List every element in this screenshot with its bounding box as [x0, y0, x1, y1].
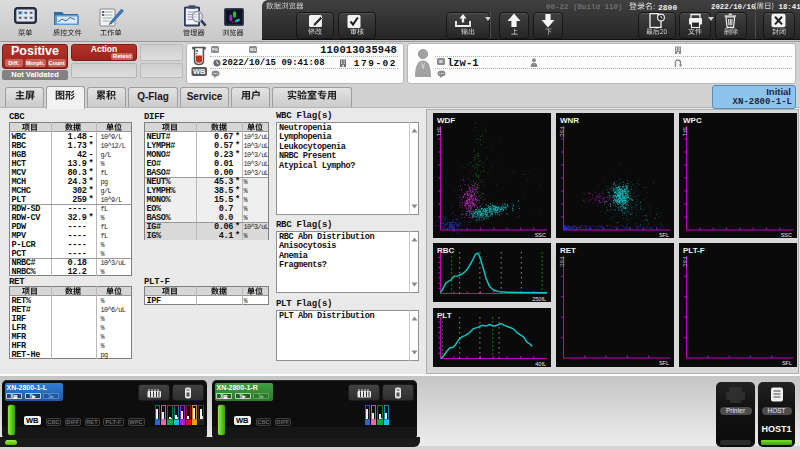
svg-text:WNR: WNR — [560, 115, 579, 124]
svg-text:SFL: SFL — [659, 232, 669, 238]
svg-text:ID: ID — [439, 59, 443, 64]
svg-text:PLT: PLT — [437, 310, 452, 319]
svg-text:RET: RET — [560, 246, 576, 255]
svg-text:FSC: FSC — [682, 257, 688, 267]
svg-text:FSC: FSC — [559, 127, 565, 137]
svg-text:SFL: SFL — [782, 360, 792, 366]
svg-text:WPC: WPC — [683, 115, 702, 124]
svg-text:FSC: FSC — [559, 257, 565, 267]
svg-text:PLT-F: PLT-F — [683, 246, 705, 255]
svg-text:SFL: SFL — [659, 360, 669, 366]
svg-text:SFL: SFL — [436, 127, 442, 136]
svg-text:250fL: 250fL — [532, 296, 546, 302]
svg-text:WDF: WDF — [437, 115, 455, 124]
svg-text:SSC: SSC — [535, 232, 546, 238]
svg-text:SSC: SSC — [781, 232, 792, 238]
svg-text:SFL: SFL — [682, 127, 688, 136]
svg-text:40fL: 40fL — [535, 360, 546, 366]
